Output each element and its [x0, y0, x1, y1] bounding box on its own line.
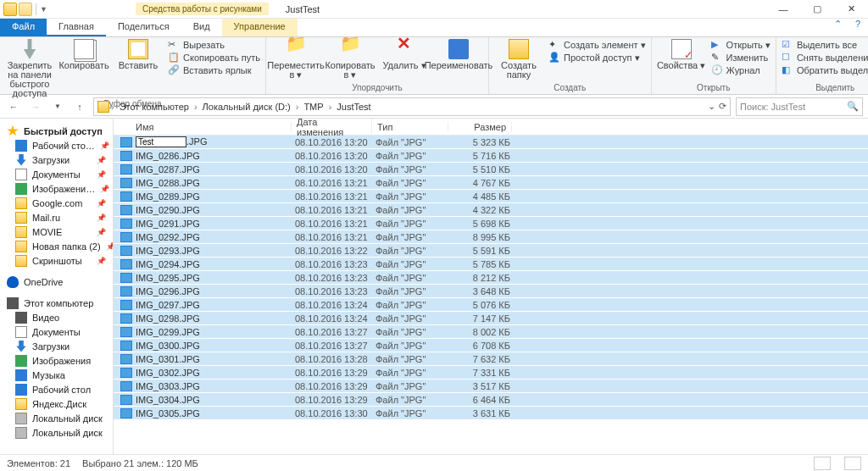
- nav-item[interactable]: Загрузки📌: [0, 152, 113, 167]
- forward-button[interactable]: →: [27, 98, 44, 115]
- chevron-right-icon[interactable]: ›: [329, 102, 332, 112]
- nav-item[interactable]: Изображения: [0, 353, 113, 368]
- file-row[interactable]: .JPG 08.10.2016 13:20 Файл "JPG" 5 323 К…: [114, 136, 868, 149]
- nav-item[interactable]: Рабочий сто…📌: [0, 138, 113, 152]
- pastelink-button[interactable]: 🔗Вставить ярлык: [168, 64, 260, 76]
- up-button[interactable]: ↑: [71, 98, 88, 115]
- minimize-button[interactable]: —: [766, 0, 800, 19]
- qat-button[interactable]: [19, 3, 32, 16]
- tab-share[interactable]: Поделиться: [106, 19, 181, 36]
- search-input[interactable]: Поиск: JustTest 🔍: [736, 97, 863, 116]
- file-row[interactable]: IMG_0300.JPG 08.10.2016 13:27 Файл "JPG"…: [114, 339, 868, 352]
- selectall-button[interactable]: ☑Выделить все: [782, 39, 868, 51]
- file-row[interactable]: IMG_0289.JPG 08.10.2016 13:21 Файл "JPG"…: [114, 190, 868, 203]
- column-headers[interactable]: Имя Дата изменения Тип Размер: [114, 119, 868, 136]
- nav-item[interactable]: Изображени…📌: [0, 181, 113, 196]
- addr-dropdown-icon[interactable]: ⌄: [708, 101, 715, 112]
- refresh-icon[interactable]: ⟳: [719, 101, 726, 112]
- view-details-button[interactable]: [814, 457, 831, 470]
- copyto-button[interactable]: 📁Копировать в ▾: [326, 39, 375, 80]
- nav-item[interactable]: Загрузки: [0, 339, 113, 353]
- nav-item[interactable]: Рабочий стол: [0, 382, 113, 396]
- crumb[interactable]: Этот компьютер: [116, 102, 192, 112]
- file-row[interactable]: IMG_0290.JPG 08.10.2016 13:21 Файл "JPG"…: [114, 203, 868, 217]
- qat-dropdown-icon[interactable]: ▼: [40, 5, 47, 14]
- file-row[interactable]: IMG_0294.JPG 08.10.2016 13:23 Файл "JPG"…: [114, 258, 868, 271]
- file-row[interactable]: IMG_0305.JPG 08.10.2016 13:30 Файл "JPG"…: [114, 407, 868, 420]
- close-button[interactable]: ✕: [834, 0, 868, 19]
- nav-onedrive[interactable]: OneDrive: [0, 274, 113, 289]
- tab-view[interactable]: Вид: [181, 19, 222, 36]
- pin-button[interactable]: Закрепить на панели быстрого доступа: [5, 39, 54, 98]
- file-row[interactable]: IMG_0304.JPG 08.10.2016 13:29 Файл "JPG"…: [114, 393, 868, 407]
- file-row[interactable]: IMG_0303.JPG 08.10.2016 13:29 Файл "JPG"…: [114, 380, 868, 393]
- newitem-button[interactable]: ✦Создать элемент ▾: [548, 39, 646, 51]
- history-button[interactable]: 🕘Журнал: [711, 64, 771, 76]
- rename-input[interactable]: [136, 136, 186, 147]
- copy-button[interactable]: Копировать: [59, 39, 108, 70]
- nav-item[interactable]: Mail.ru📌: [0, 210, 113, 224]
- cut-button[interactable]: ✂Вырезать: [168, 39, 260, 51]
- address-bar[interactable]: › Этот компьютер › Локальный диск (D:) ›…: [93, 97, 731, 116]
- nav-pane[interactable]: Быстрый доступ Рабочий сто…📌Загрузки📌Док…: [0, 119, 114, 454]
- file-row[interactable]: IMG_0299.JPG 08.10.2016 13:27 Файл "JPG"…: [114, 325, 868, 339]
- delete-button[interactable]: ✕Удалить ▾: [380, 39, 429, 70]
- col-size[interactable]: Размер: [448, 122, 512, 132]
- nav-item[interactable]: Музыка: [0, 368, 113, 382]
- chevron-right-icon[interactable]: ›: [111, 102, 114, 112]
- file-row[interactable]: IMG_0293.JPG 08.10.2016 13:22 Файл "JPG"…: [114, 244, 868, 258]
- nav-item[interactable]: Новая папка (2)📌: [0, 239, 113, 253]
- rename-button[interactable]: Переименовать: [434, 39, 483, 70]
- nav-item[interactable]: MOVIE📌: [0, 224, 113, 239]
- tab-home[interactable]: Главная: [47, 19, 106, 36]
- chevron-right-icon[interactable]: ›: [194, 102, 198, 112]
- file-row[interactable]: IMG_0296.JPG 08.10.2016 13:23 Файл "JPG"…: [114, 285, 868, 298]
- crumb[interactable]: Локальный диск (D:): [199, 102, 294, 112]
- moveto-button[interactable]: 📁Переместить в ▾: [271, 39, 320, 80]
- file-row[interactable]: IMG_0287.JPG 08.10.2016 13:20 Файл "JPG"…: [114, 163, 868, 176]
- file-row[interactable]: IMG_0295.JPG 08.10.2016 13:23 Файл "JPG"…: [114, 271, 868, 285]
- col-name[interactable]: Имя: [114, 122, 292, 132]
- view-thumbs-button[interactable]: [844, 457, 861, 470]
- properties-button[interactable]: Свойства ▾: [657, 39, 706, 70]
- selectnone-button[interactable]: ☐Снять выделение: [782, 52, 868, 64]
- crumb[interactable]: TMP: [300, 102, 326, 112]
- nav-this-pc[interactable]: Этот компьютер: [0, 296, 113, 310]
- file-row[interactable]: IMG_0288.JPG 08.10.2016 13:21 Файл "JPG"…: [114, 176, 868, 190]
- file-row[interactable]: IMG_0291.JPG 08.10.2016 13:21 Файл "JPG"…: [114, 217, 868, 230]
- nav-item[interactable]: Скриншоты📌: [0, 253, 113, 268]
- chevron-right-icon[interactable]: ›: [296, 102, 299, 112]
- maximize-button[interactable]: ▢: [800, 0, 834, 19]
- invertselect-button[interactable]: ◧Обратить выделение: [782, 64, 868, 76]
- open-button[interactable]: ▶Открыть ▾: [711, 39, 771, 51]
- nav-item[interactable]: Документы: [0, 324, 113, 339]
- paste-button[interactable]: Вставить: [114, 39, 163, 70]
- file-list[interactable]: .JPG 08.10.2016 13:20 Файл "JPG" 5 323 К…: [114, 136, 868, 454]
- recent-dropdown[interactable]: ▼: [49, 98, 66, 115]
- nav-item[interactable]: Google.com📌: [0, 196, 113, 210]
- edit-button[interactable]: ✎Изменить: [711, 52, 771, 64]
- copypath-button[interactable]: 📋Скопировать путь: [168, 52, 260, 64]
- app-icon[interactable]: [3, 3, 17, 16]
- file-row[interactable]: IMG_0298.JPG 08.10.2016 13:24 Файл "JPG"…: [114, 312, 868, 325]
- file-row[interactable]: IMG_0297.JPG 08.10.2016 13:24 Файл "JPG"…: [114, 298, 868, 312]
- back-button[interactable]: ←: [5, 98, 22, 115]
- nav-item[interactable]: Локальный диск: [0, 411, 113, 425]
- tab-file[interactable]: Файл: [0, 19, 47, 36]
- nav-item[interactable]: Локальный диск: [0, 425, 113, 440]
- nav-item[interactable]: Яндекс.Диск: [0, 396, 113, 411]
- crumb[interactable]: JustTest: [333, 102, 374, 112]
- nav-item[interactable]: Видео: [0, 310, 113, 324]
- help-icon[interactable]: ?: [848, 19, 868, 36]
- nav-item[interactable]: Документы📌: [0, 167, 113, 181]
- file-row[interactable]: IMG_0302.JPG 08.10.2016 13:29 Файл "JPG"…: [114, 366, 868, 380]
- file-row[interactable]: IMG_0292.JPG 08.10.2016 13:21 Файл "JPG"…: [114, 230, 868, 244]
- nav-quick-access[interactable]: Быстрый доступ: [0, 124, 113, 138]
- easyaccess-button[interactable]: 👤Простой доступ ▾: [548, 52, 646, 64]
- file-row[interactable]: IMG_0286.JPG 08.10.2016 13:20 Файл "JPG"…: [114, 149, 868, 163]
- search-icon[interactable]: 🔍: [847, 101, 859, 112]
- file-row[interactable]: IMG_0301.JPG 08.10.2016 13:28 Файл "JPG"…: [114, 352, 868, 366]
- col-type[interactable]: Тип: [372, 122, 448, 132]
- collapse-ribbon-icon[interactable]: ⌃: [827, 19, 848, 36]
- col-date[interactable]: Дата изменения: [292, 119, 372, 137]
